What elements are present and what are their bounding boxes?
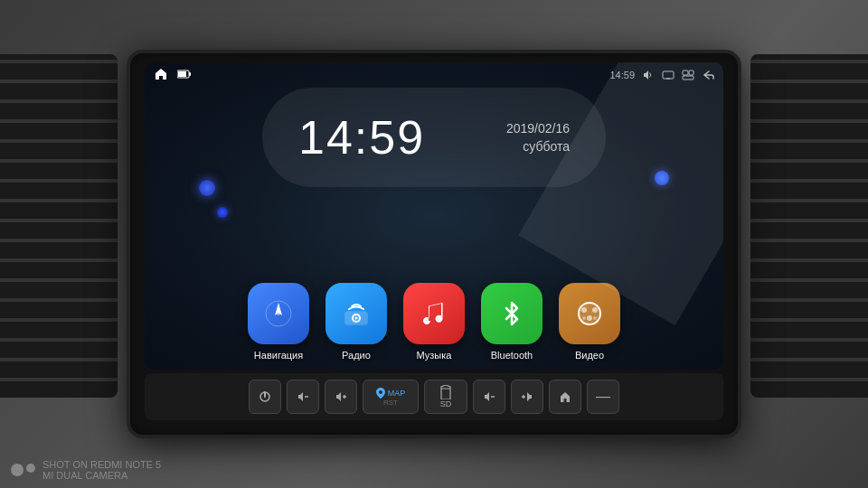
- app-icon-video: [559, 283, 620, 344]
- app-item-bluetooth[interactable]: Bluetooth: [481, 283, 542, 361]
- svg-marker-30: [527, 392, 532, 401]
- app-icon-music: [403, 283, 465, 344]
- svg-marker-28: [485, 392, 489, 401]
- svg-point-14: [579, 303, 600, 324]
- car-background: 14:59: [0, 0, 868, 488]
- app-item-music[interactable]: Музыка: [403, 283, 465, 361]
- app-icon-radio: [326, 283, 387, 344]
- svg-point-17: [587, 315, 592, 321]
- screen: 14:59: [145, 62, 723, 370]
- status-right: 14:59: [609, 70, 714, 80]
- app-item-radio[interactable]: Радио: [326, 283, 387, 361]
- track-next-button[interactable]: [511, 380, 543, 414]
- svg-point-13: [355, 317, 358, 320]
- svg-point-10: [277, 312, 280, 315]
- app-item-video[interactable]: Видео: [559, 283, 620, 361]
- svg-marker-3: [644, 70, 648, 80]
- watermark-line1: SHOT ON REDMI NOTE 5: [42, 459, 161, 470]
- status-bar: 14:59: [145, 62, 723, 88]
- window-icon: [682, 70, 694, 80]
- vol-down-button[interactable]: [287, 380, 319, 414]
- sd-button[interactable]: SD: [424, 380, 467, 414]
- svg-rect-27: [441, 389, 450, 399]
- minus-button[interactable]: —: [587, 380, 619, 414]
- svg-point-15: [581, 307, 587, 313]
- app-label-bluetooth: Bluetooth: [491, 350, 533, 361]
- dot-left2: [217, 207, 228, 218]
- svg-rect-1: [178, 71, 186, 77]
- svg-rect-7: [689, 70, 693, 75]
- app-label-video: Видео: [575, 350, 604, 361]
- map-button[interactable]: MAP RST: [363, 380, 419, 414]
- track-prev-button[interactable]: [473, 380, 505, 414]
- dot-right: [655, 171, 669, 185]
- power-button[interactable]: [249, 380, 281, 414]
- app-icon-bluetooth: [481, 283, 542, 344]
- watermark-line2: MI DUAL CAMERA: [42, 470, 161, 481]
- home-icon[interactable]: [154, 67, 168, 84]
- app-item-nav[interactable]: Навигация: [248, 283, 309, 361]
- svg-point-19: [593, 316, 597, 320]
- watermark-dot-1: [11, 464, 24, 476]
- vent-left: [0, 54, 118, 398]
- svg-marker-22: [298, 392, 303, 401]
- vent-right: [750, 54, 868, 398]
- status-left: [154, 67, 192, 84]
- clock-widget: 14:59 2019/02/16 суббота: [262, 88, 606, 187]
- app-grid: Навигация Радио: [145, 283, 723, 361]
- app-label-music: Музыка: [417, 350, 452, 361]
- vol-up-button[interactable]: [325, 380, 357, 414]
- volume-icon: [642, 70, 655, 80]
- watermark: SHOT ON REDMI NOTE 5 MI DUAL CAMERA: [11, 459, 161, 481]
- svg-marker-24: [336, 392, 341, 401]
- svg-rect-4: [663, 71, 674, 79]
- clock-date: 2019/02/16: [506, 121, 570, 136]
- app-label-radio: Радио: [342, 350, 371, 361]
- battery-icon: [177, 68, 192, 82]
- status-time: 14:59: [609, 70, 635, 80]
- clock-date-info: 2019/02/16 суббота: [506, 121, 570, 154]
- clock-time: 14:59: [298, 110, 425, 164]
- controls-strip: MAP RST SD: [145, 373, 723, 420]
- svg-rect-8: [683, 76, 693, 80]
- watermark-dots: [11, 464, 35, 476]
- screen-icon: [662, 70, 675, 80]
- back-icon[interactable]: [702, 70, 714, 80]
- app-label-nav: Навигация: [254, 350, 303, 361]
- watermark-text: SHOT ON REDMI NOTE 5 MI DUAL CAMERA: [42, 459, 161, 481]
- svg-rect-2: [189, 72, 191, 76]
- dot-left: [199, 180, 215, 196]
- watermark-dot-2: [26, 464, 35, 473]
- head-unit: 14:59: [127, 50, 741, 438]
- home-hw-button[interactable]: [549, 380, 581, 414]
- svg-rect-6: [683, 70, 688, 75]
- app-icon-nav: [248, 283, 309, 344]
- svg-point-18: [582, 316, 586, 320]
- clock-day: суббота: [523, 139, 570, 154]
- svg-point-16: [592, 307, 598, 313]
